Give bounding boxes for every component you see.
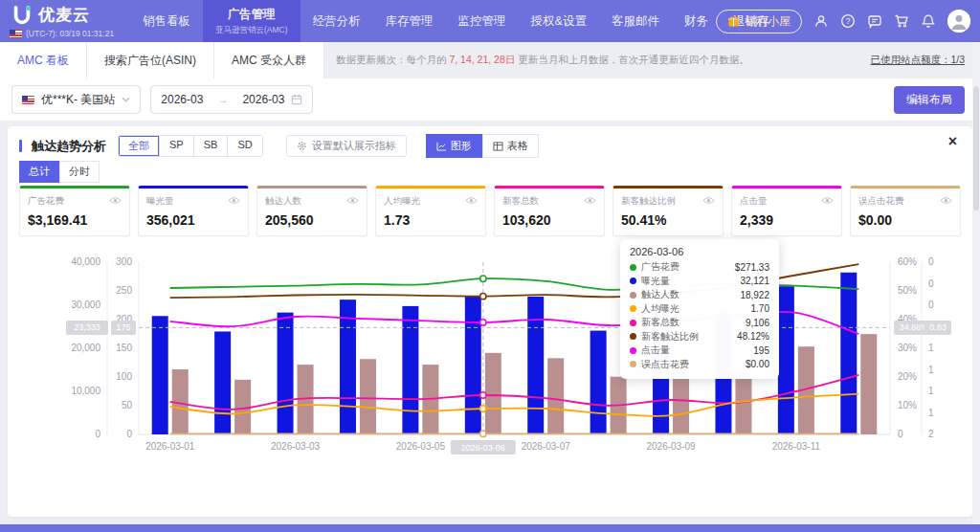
tab-1[interactable]: 搜索广告位(ASIN) <box>87 42 214 78</box>
eye-icon[interactable] <box>109 196 122 207</box>
welfare-label: 福利小屋 <box>745 13 791 30</box>
eye-icon[interactable] <box>228 196 240 207</box>
tooltip-row: 人均曝光1.70 <box>630 302 769 317</box>
svg-text:175: 175 <box>116 322 130 332</box>
site-quota[interactable]: 已使用站点额度：1/3 <box>870 54 965 67</box>
ad-type-filter: 全部SPSBSD <box>118 135 263 157</box>
scrollbar-thumb[interactable] <box>973 86 979 211</box>
scope-option-SB[interactable]: SB <box>193 136 228 156</box>
svg-text:2: 2 <box>928 429 934 439</box>
brand[interactable]: 优麦云 <box>11 4 90 26</box>
tooltip-row: 触达人数18,922 <box>630 288 769 302</box>
scope-option-SP[interactable]: SP <box>159 136 193 156</box>
chart-tooltip: 2026-03-06 广告花费$271.33曝光量32,121触达人数18,92… <box>620 239 779 379</box>
svg-text:2026-03-07: 2026-03-07 <box>522 441 571 452</box>
help-icon[interactable]: ? <box>840 13 856 29</box>
tooltip-row: 曝光量32,121 <box>630 275 769 289</box>
svg-text:0: 0 <box>928 299 934 310</box>
gear-icon <box>297 141 307 151</box>
bell-icon[interactable] <box>921 13 936 29</box>
tooltip-value: 32,121 <box>740 276 769 286</box>
svg-text:2026-03-03: 2026-03-03 <box>271 441 321 452</box>
nav-item-6[interactable]: 客服邮件 <box>599 0 672 42</box>
section-accent-bar <box>19 140 22 152</box>
eye-icon[interactable] <box>940 196 952 207</box>
view-table-button[interactable]: 表格 <box>482 134 539 158</box>
eye-icon[interactable] <box>465 196 478 207</box>
default-metrics-settings-button[interactable]: 设置默认展示指标 <box>286 135 407 157</box>
time-tab-0[interactable]: 总计 <box>19 161 59 183</box>
trend-chart[interactable]: 010,00020,00030,00040,000050100150200250… <box>8 239 972 478</box>
nav-item-3[interactable]: 库存管理 <box>373 0 446 42</box>
eye-icon[interactable] <box>702 196 715 207</box>
nav-item-7[interactable]: 财务 <box>672 0 721 42</box>
update-notice: 数据更新频次：每个月的 7, 14, 21, 28日 更新当月和上月数据，首次开… <box>336 54 749 67</box>
nav-item-label: 监控管理 <box>458 13 506 30</box>
message-icon[interactable] <box>867 13 882 29</box>
us-flag-icon <box>22 96 34 104</box>
metric-card-7[interactable]: 误点击花费$0.00 <box>850 186 961 236</box>
nav-item-label: 广告管理 <box>228 7 276 23</box>
tooltip-label: 误点击花费 <box>641 358 689 371</box>
timezone-text: (UTC-7): 03/19 01:31:21 <box>26 29 114 38</box>
nav-item-label: 库存管理 <box>386 13 434 30</box>
svg-text:0: 0 <box>95 429 100 439</box>
notice-days: 7, 14, 21, 28日 <box>449 54 515 65</box>
avatar-icon[interactable] <box>947 10 970 33</box>
svg-text:1: 1 <box>928 408 934 418</box>
svg-text:150: 150 <box>116 343 132 353</box>
top-nav: 销售看板广告管理亚马逊营销云(AMC)经营分析库存管理监控管理授权&设置客服邮件… <box>130 0 781 42</box>
metric-value: 50.41% <box>621 212 715 228</box>
scope-option-全部[interactable]: 全部 <box>119 136 159 156</box>
metric-value: 2,339 <box>740 212 834 228</box>
metric-card-3[interactable]: 人均曝光1.73 <box>375 186 486 236</box>
user-icon[interactable] <box>813 13 829 29</box>
nav-item-0[interactable]: 销售看板 <box>130 0 203 42</box>
scrollbar-track[interactable] <box>972 42 980 524</box>
metric-value: 205,560 <box>265 212 359 228</box>
filter-row: 优***K- 美国站 2026-03 → 2026-03 编辑布局 <box>0 78 980 121</box>
date-range-picker[interactable]: 2026-03 → 2026-03 <box>150 85 313 114</box>
time-tab-1[interactable]: 分时 <box>59 161 100 183</box>
date-end: 2026-03 <box>242 93 284 106</box>
nav-item-label: 客服邮件 <box>612 13 659 30</box>
svg-text:1: 1 <box>928 386 934 396</box>
tab-0[interactable]: AMC 看板 <box>0 42 87 78</box>
nav-item-5[interactable]: 授权&设置 <box>519 0 599 42</box>
metric-card-2[interactable]: 触达人数205,560 <box>256 186 368 236</box>
nav-item-sublabel: 亚马逊营销云(AMC) <box>215 25 288 36</box>
metric-label: 新客总数 <box>502 195 539 208</box>
scope-option-SD[interactable]: SD <box>227 136 261 156</box>
nav-item-1[interactable]: 广告管理亚马逊营销云(AMC) <box>203 0 301 42</box>
eye-icon[interactable] <box>584 196 596 207</box>
metric-value: 103,620 <box>502 212 596 228</box>
date-separator: → <box>210 94 235 105</box>
view-chart-button[interactable]: 图形 <box>426 134 482 158</box>
eye-icon[interactable] <box>346 196 359 207</box>
series-dot <box>630 305 636 312</box>
edit-layout-button[interactable]: 编辑布局 <box>894 86 965 114</box>
metric-card-head: 点击量 <box>740 195 834 208</box>
site-select[interactable]: 优***K- 美国站 <box>11 85 141 114</box>
metric-card-0[interactable]: 广告花费$3,169.41 <box>19 186 130 236</box>
metric-card-head: 新客触达比例 <box>621 195 715 208</box>
close-icon[interactable]: × <box>948 134 957 149</box>
metric-value: $3,169.41 <box>28 212 122 228</box>
nav-item-label: 授权&设置 <box>531 13 587 30</box>
welfare-button[interactable]: 福利小屋 <box>716 10 802 33</box>
nav-item-4[interactable]: 监控管理 <box>446 0 519 42</box>
tooltip-label: 广告花费 <box>641 260 679 274</box>
metric-card-1[interactable]: 曝光量356,021 <box>138 186 249 236</box>
metric-card-4[interactable]: 新客总数103,620 <box>494 186 605 236</box>
eye-icon[interactable] <box>821 196 834 207</box>
tab-2[interactable]: AMC 受众人群 <box>214 42 324 78</box>
svg-text:0: 0 <box>898 429 903 439</box>
tooltip-value: $271.33 <box>735 262 769 273</box>
nav-item-2[interactable]: 经营分析 <box>301 0 373 42</box>
metric-card-6[interactable]: 点击量2,339 <box>731 186 842 236</box>
chevron-down-icon <box>122 97 130 102</box>
metric-card-5[interactable]: 新客触达比例50.41% <box>612 186 724 236</box>
metric-value: $0.00 <box>858 212 952 228</box>
cart-icon[interactable] <box>894 13 909 29</box>
tooltip-value: 1.70 <box>751 303 769 314</box>
